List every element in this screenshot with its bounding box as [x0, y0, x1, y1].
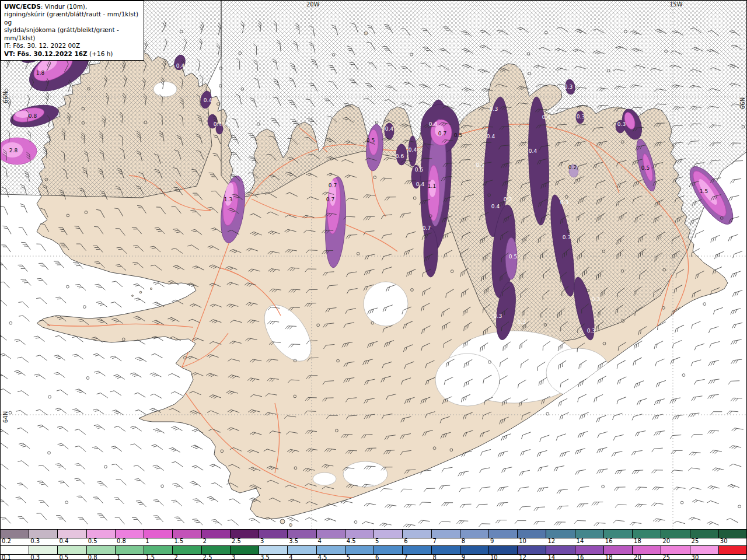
- precip-value-label: 2.8: [9, 148, 18, 153]
- precip-value-label: 0.4: [385, 126, 393, 132]
- legend-segment: [460, 546, 489, 554]
- legend-value: 4: [317, 538, 322, 544]
- legend-segment: [173, 530, 201, 538]
- legend-value: 8: [460, 538, 465, 544]
- info-line-3: slydda/snjókoma (grátt/bleikt/grænt - mm…: [4, 26, 141, 42]
- legend-snow-scale-labels: 0.20.30.40.50.811.522.533.544.5567891012…: [1, 538, 747, 545]
- legend-value: 0.2: [1, 538, 11, 544]
- precip-value-label: 0.8: [29, 113, 37, 119]
- legend-rain-scale-labels: 0.10.30.50.811.522.533.544.5567891012141…: [1, 554, 747, 560]
- precip-value-label: 0.5: [476, 162, 484, 168]
- legend-value: 18: [633, 538, 641, 544]
- legend-value: 25: [661, 554, 670, 560]
- legend-segment: [58, 530, 86, 538]
- precip-value-label: 0.5: [366, 138, 375, 144]
- precip-value-label: 1.3: [224, 197, 232, 202]
- legend-value: 4.5: [317, 554, 327, 560]
- precip-value-label: 1.8: [36, 70, 44, 76]
- legend-snow-scale-bar: [1, 529, 747, 538]
- legend-value: 3: [231, 554, 235, 560]
- legend-segment: [202, 530, 231, 538]
- legend-segment: [259, 530, 288, 538]
- weather-chart-frame: 1.80.82.80.40.40.41.30.70.70.50.40.60.40…: [0, 0, 747, 560]
- legend-segment: [317, 546, 345, 554]
- legend-segment: [518, 530, 546, 538]
- legend-segment: [661, 530, 690, 538]
- legend-value: 8: [431, 554, 436, 560]
- legend-segment: [202, 546, 231, 554]
- legend-value: 6: [403, 538, 407, 544]
- legend-value: 20: [661, 538, 670, 544]
- map-svg: [1, 1, 747, 529]
- legend-value: 12: [546, 538, 555, 544]
- precip-value-label: 0.3: [518, 319, 526, 325]
- legend-segment: [231, 546, 259, 554]
- legend-value: 1: [144, 538, 149, 544]
- legend-value: 1: [116, 554, 120, 560]
- precip-value-label: 0.4: [487, 134, 495, 139]
- legend-segment: [575, 530, 604, 538]
- legend-segment: [259, 546, 288, 554]
- legend-value: 0.8: [116, 538, 126, 544]
- legend-segment: [29, 530, 58, 538]
- legend-value: 14: [546, 554, 555, 560]
- coordinate-label: 66N: [2, 92, 9, 103]
- legend-segment: [604, 546, 633, 554]
- precip-value-label: 0.7: [326, 197, 334, 202]
- precip-value-label: 0.4: [409, 147, 417, 153]
- legend-value: 3: [259, 538, 264, 544]
- legend-value: 14: [575, 538, 584, 544]
- legend-value: 30: [719, 538, 728, 544]
- legend-segment: [116, 546, 144, 554]
- precip-value-label: 0.5: [509, 254, 517, 260]
- legend-segment: [345, 546, 374, 554]
- forecast-info-box: UWC/ECDS: Vindur (10m), rigning/skúrir (…: [1, 1, 144, 61]
- precip-value-label: 0.3: [560, 200, 568, 205]
- legend-segment: [690, 546, 719, 554]
- precip-value-label: 0.5: [415, 167, 423, 173]
- legend-value: 4.5: [345, 538, 356, 544]
- legend-value: 0.4: [58, 538, 68, 544]
- precip-value-label: 0.7: [329, 183, 337, 188]
- legend-segment: [29, 546, 58, 554]
- legend-value: 7: [403, 554, 407, 560]
- legend-value: 30: [690, 554, 699, 560]
- precip-value-label: 0.3: [494, 313, 502, 319]
- legend-segment: [546, 530, 575, 538]
- legend-segment: [144, 530, 173, 538]
- precip-value-label: 0.3: [504, 197, 512, 202]
- precip-value-label: 0.3: [587, 328, 595, 334]
- precip-value-label: 0.5: [454, 132, 462, 138]
- legend-segment: [374, 546, 403, 554]
- legend-segment: [403, 546, 431, 554]
- legend-segment: [432, 546, 460, 554]
- legend-segment: [345, 530, 374, 538]
- legend-segment: [87, 530, 116, 538]
- legend-segment: [317, 530, 345, 538]
- legend-value: 7: [431, 538, 436, 544]
- precip-value-label: 0.3: [490, 106, 498, 112]
- precip-value-label: 0.6: [396, 153, 404, 159]
- coordinate-label: 15W: [669, 1, 683, 8]
- precip-value-label: 0.4: [176, 63, 184, 69]
- legend-value: 1.5: [144, 554, 155, 560]
- legend-value: 12: [518, 554, 526, 560]
- legend-value: 4: [288, 554, 292, 560]
- legend-value: 5: [374, 538, 379, 544]
- valid-time: VT: Fös. 30.12.2022 16Z (+16 h): [4, 50, 141, 58]
- legend-segment: [144, 546, 173, 554]
- legend-value: 20: [633, 554, 641, 560]
- precip-value-label: 0.7: [423, 225, 431, 231]
- precip-value-label: 0.4: [204, 97, 212, 103]
- precip-value-label: 0.3: [577, 114, 585, 120]
- legend-segment: [546, 546, 575, 554]
- coordinate-label: 64N: [2, 411, 9, 423]
- legend-segment: [518, 546, 546, 554]
- precip-value-label: 0.4: [214, 121, 222, 127]
- legend-value: 3.5: [259, 554, 270, 560]
- legend-segment: [231, 530, 259, 538]
- precip-value-label: 0.4: [542, 114, 550, 120]
- legend-segment: [719, 546, 747, 554]
- precip-value-label: 0.4: [416, 181, 424, 187]
- precip-value-label: 0.3: [592, 296, 600, 302]
